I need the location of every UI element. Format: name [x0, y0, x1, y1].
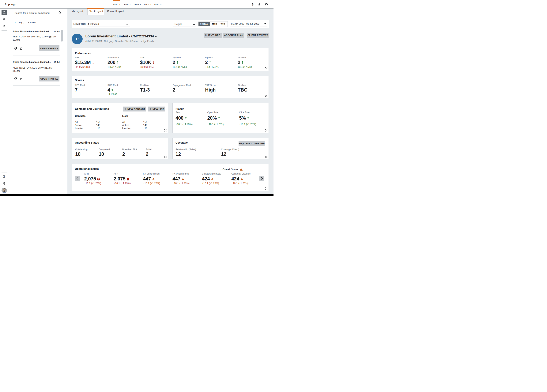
svg-text:?: ?: [4, 176, 5, 178]
svg-text:S: S: [252, 3, 253, 6]
